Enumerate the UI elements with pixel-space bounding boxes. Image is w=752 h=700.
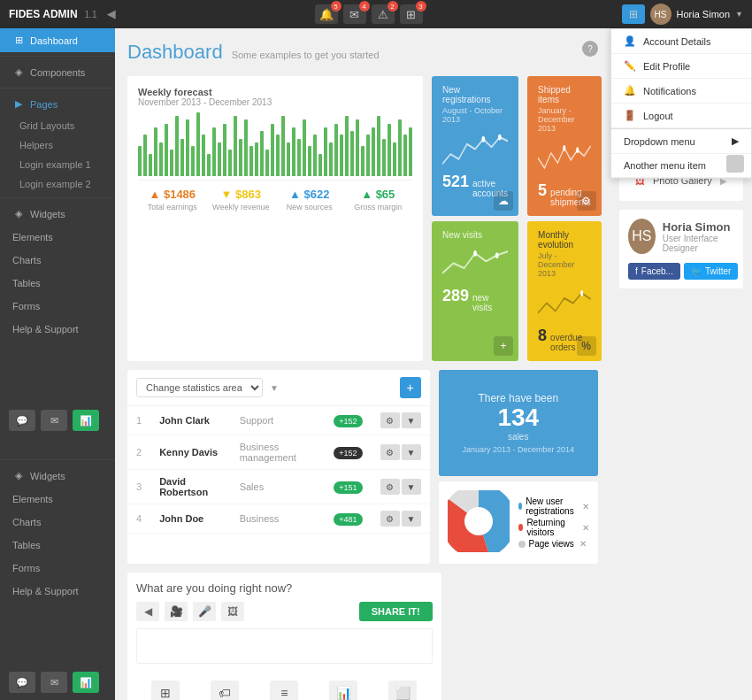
table-row: 1 John Clark Support +152 ⚙ ▼: [127, 406, 430, 435]
sidebar-item-charts2[interactable]: Charts: [0, 511, 115, 534]
facebook-icon: f: [635, 266, 638, 276]
table-header: Change statistics area ▼ +: [127, 370, 430, 406]
stats-select[interactable]: Change statistics area: [136, 378, 263, 397]
bar: [138, 146, 142, 176]
sidebar-btn-mail[interactable]: ✉: [41, 410, 67, 431]
bar: [149, 154, 152, 177]
sidebar-item-tables2[interactable]: Tables: [0, 534, 115, 557]
sidebar-item-widgets[interactable]: ◈ Widgets: [0, 202, 115, 226]
dropdown-edit-profile[interactable]: ✏️ Edit Profile: [611, 54, 751, 79]
card-btn-plus[interactable]: +: [494, 336, 513, 356]
mail-icon-btn[interactable]: ✉4: [343, 4, 366, 24]
action-btn-settings[interactable]: ⚙: [380, 444, 400, 460]
dropdown-menu-item[interactable]: Dropdown menu ▶: [611, 129, 751, 154]
add-table-btn[interactable]: +: [400, 377, 421, 398]
chevron-down-icon: ▼: [270, 383, 279, 393]
sidebar-btn-chat[interactable]: 💬: [9, 410, 35, 431]
sidebar-item-dashboard[interactable]: ⊞ Dashboard: [0, 28, 115, 52]
svg-point-4: [563, 145, 565, 151]
row-badge: +481: [325, 504, 371, 534]
mic-btn[interactable]: 🎤: [193, 602, 216, 621]
sidebar-item-widgets2[interactable]: ◈ Widgets: [0, 464, 115, 488]
sidebar-item-pages[interactable]: ▶ Pages: [0, 92, 115, 116]
action-btn-down[interactable]: ▼: [402, 444, 421, 460]
sidebar-item-tables[interactable]: Tables: [0, 272, 115, 295]
home-icon: ⊞: [12, 35, 25, 46]
sales-number: 134: [497, 404, 539, 431]
icon-grid-item[interactable]: ≡ Tables: [255, 673, 314, 700]
sidebar-divider: [0, 56, 115, 57]
card-btn-cloud[interactable]: ☁: [494, 191, 513, 211]
icon-box: ⬜: [388, 681, 417, 700]
gear-btn[interactable]: ⚙: [726, 155, 744, 173]
icon-grid-item[interactable]: ⬜ Buttons: [373, 673, 433, 700]
share-input[interactable]: [136, 628, 433, 664]
card-btn-percent[interactable]: %: [577, 336, 596, 356]
svg-point-1: [498, 135, 502, 141]
sidebar-item-charts[interactable]: Charts: [0, 249, 115, 272]
sidebar-item-login1[interactable]: Login example 1: [0, 155, 115, 174]
action-btn-settings[interactable]: ⚙: [380, 479, 400, 495]
sidebar-item-label: Forms: [12, 563, 40, 573]
grid-view-btn[interactable]: ⊞: [622, 4, 645, 24]
bar: [170, 150, 173, 176]
sidebar-toggle[interactable]: ◀: [107, 8, 115, 20]
sidebar-item-elements[interactable]: Elements: [0, 226, 115, 249]
alert-icon-btn[interactable]: ⚠2: [372, 4, 395, 24]
sidebar-sub-label: Grid Layouts: [19, 120, 74, 131]
sidebar-item-help2[interactable]: Help & Support: [0, 580, 115, 603]
card-btn-gear[interactable]: ⚙: [577, 191, 596, 211]
action-btn-settings[interactable]: ⚙: [380, 511, 400, 527]
bar: [191, 146, 195, 176]
legend-x3: ✕: [579, 539, 587, 549]
icon-grid-item[interactable]: ⊞ Dashboard: [136, 673, 196, 700]
sidebar-item-label: Elements: [12, 494, 53, 504]
action-btn-down[interactable]: ▼: [402, 412, 421, 428]
sidebar-btn-chart2[interactable]: 📊: [73, 672, 99, 693]
stat-num: $1486: [164, 188, 196, 201]
image-btn[interactable]: 🖼: [221, 602, 244, 621]
bell-icon-btn[interactable]: 🔔5: [315, 4, 338, 24]
icon-grid-item[interactable]: 📊 Charts: [314, 673, 373, 700]
user2-info: Horia Simon User Interface Designer: [663, 220, 734, 253]
sidebar-item-label: Widgets: [30, 471, 65, 481]
grid-icon-btn[interactable]: ⊞3: [400, 4, 423, 24]
row-actions: ⚙ ▼: [372, 470, 430, 504]
help-btn[interactable]: ?: [582, 41, 598, 57]
sidebar-item-elements2[interactable]: Elements: [0, 488, 115, 511]
dropdown-notifications[interactable]: 🔔 Notifications: [611, 79, 751, 104]
share-toolbar: ◀ 🎥 🎤 🖼 SHARE IT!: [136, 602, 433, 621]
row3: What are you doing right now? ◀ 🎥 🎤 🖼 SH…: [127, 573, 598, 700]
dropdown-account-details[interactable]: 👤 Account Details: [611, 29, 751, 54]
sidebar-divider: [0, 459, 115, 460]
facebook-btn[interactable]: f Faceb...: [628, 263, 680, 280]
icon-grid-item[interactable]: 🏷 Widgets: [196, 673, 255, 700]
sidebar-item-forms[interactable]: Forms: [0, 295, 115, 318]
action-btn-settings[interactable]: ⚙: [380, 412, 400, 428]
sidebar-item-components[interactable]: ◈ Components: [0, 60, 115, 84]
sidebar-btn-chart[interactable]: 📊: [73, 410, 99, 431]
action-btn-down[interactable]: ▼: [402, 511, 421, 527]
sidebar-item-grid-layouts[interactable]: Grid Layouts: [0, 116, 115, 135]
sidebar-item-help[interactable]: Help & Support: [0, 318, 115, 341]
widgets2-icon: ◈: [12, 470, 25, 481]
sidebar-item-forms2[interactable]: Forms: [0, 557, 115, 580]
stat-arrow-up2: ▲: [289, 188, 301, 201]
mini-chart-yellow: [538, 283, 591, 323]
video-btn[interactable]: 🎥: [165, 602, 188, 621]
pie-content: New user registrations ✕ Returning visit…: [448, 490, 589, 555]
card-title: Shipped items: [538, 85, 591, 104]
action-btn-down[interactable]: ▼: [402, 479, 421, 495]
share-btn[interactable]: SHARE IT!: [359, 602, 433, 621]
page-subtitle: Some examples to get you started: [232, 50, 380, 60]
sidebar-sub-label: Login example 1: [19, 159, 91, 170]
sidebar-btn-mail2[interactable]: ✉: [41, 672, 67, 693]
sidebar-btn-chat2[interactable]: 💬: [9, 672, 35, 693]
sidebar-item-login2[interactable]: Login example 2: [0, 174, 115, 194]
bar: [249, 146, 253, 176]
twitter-btn[interactable]: 🐦 Twitter: [684, 263, 738, 280]
dropdown-logout[interactable]: 🚪 Logout: [611, 104, 751, 128]
prev-btn[interactable]: ◀: [136, 602, 159, 621]
sidebar-item-helpers[interactable]: Helpers: [0, 135, 115, 155]
user-menu-trigger[interactable]: ⊞ HS Horia Simon ▼: [622, 4, 743, 25]
